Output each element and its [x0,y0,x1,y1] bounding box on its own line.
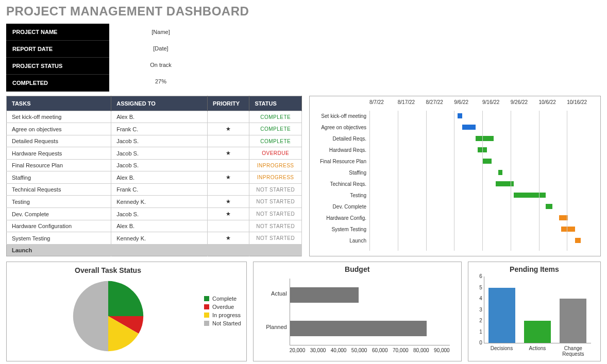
task-cell: Agree on objectives [7,123,111,135]
budget-tick: 20,000 [290,348,306,353]
task-header-tasks: TASKS [7,96,111,111]
assigned-cell: Jacob S. [111,160,208,171]
gantt-bar [561,227,575,232]
budget-series-label: Actual [261,290,287,297]
table-row[interactable]: Staffing Alex B. ★ INPROGRESS [7,171,302,184]
gantt-tick: 10/6/22 [539,99,567,111]
pie-title: Overall Task Status [12,266,204,274]
priority-cell: ★ [208,232,249,245]
pie-slice [73,281,108,351]
status-cell: NOT STARTED [249,184,302,196]
budget-tick: 90,000 [434,348,450,353]
info-label-status: PROJECT STATUS [6,58,109,75]
status-cell: INPROGRESS [249,160,302,171]
gantt-row-label: Dev. Complete [310,201,369,213]
pending-x-label: Change Requests [558,345,588,357]
table-row[interactable]: Hardware Configuration Alex B. NOT START… [7,220,302,232]
assigned-cell: Jacob S. [111,147,208,160]
budget-tick: 80,000 [413,348,429,353]
task-cell: Testing [7,196,111,208]
info-value-completed: 27% [109,73,212,90]
info-value-name: [Name] [109,24,212,40]
task-cell: Dev. Complete [7,208,111,220]
info-value-date: [Date] [109,40,212,57]
table-row[interactable]: Detailed Requests Jacob S. COMPLETE [7,135,302,147]
pending-y-tick: 1 [475,329,482,335]
gantt-bar [496,181,514,186]
gantt-bar [458,113,463,118]
gantt-tick: 9/6/22 [454,99,482,111]
info-label-name: PROJECT NAME [6,24,109,41]
priority-cell [208,111,249,123]
gantt-bar [482,159,492,164]
status-cell: INPROGRESS [249,171,302,184]
table-row[interactable]: System Testing Kennedy K. ★ NOT STARTED [7,232,302,245]
task-header-priority: PRIORITY [208,96,249,111]
legend-item: Complete [204,296,241,302]
gantt-row-label: Techincal Reqs. [310,179,369,190]
pending-y-tick: 6 [475,273,482,279]
pending-y-tick: 2 [475,318,482,323]
budget-tick: 30,000 [310,348,326,353]
legend-item: Overdue [204,304,241,310]
task-cell: Staffing [7,171,111,184]
info-label-completed: COMPLETED [6,75,109,92]
pending-x-label: Decisions [486,345,517,357]
priority-cell: ★ [208,123,249,135]
assigned-cell: Alex B. [111,220,208,232]
status-cell: COMPLETE [249,111,302,123]
table-row[interactable]: Hardware Requests Jacob S. ★ OVERDUE [7,147,302,160]
gantt-row-label: Hardward Reqs. [310,145,369,156]
gantt-bar [498,170,503,175]
gantt-chart: Set kick-off meetingAgree on objectivesD… [309,96,601,256]
task-cell: Hardware Requests [7,147,111,160]
gantt-tick: 8/7/22 [369,99,398,111]
pending-title: Pending Items [474,265,595,273]
table-row[interactable]: Agree on objectives Frank C. ★ COMPLETE [7,123,302,135]
pending-y-tick: 0 [475,340,482,345]
priority-cell [208,160,249,171]
gantt-bar [462,125,476,130]
gantt-bar [546,204,552,209]
status-cell: OVERDUE [249,147,302,160]
pending-bar [560,299,586,343]
table-row[interactable]: Testing Kennedy K. ★ NOT STARTED [7,196,302,208]
assigned-cell: Jacob S. [111,135,208,147]
gantt-bar [476,136,494,141]
budget-tick: 70,000 [393,348,409,353]
priority-cell [208,135,249,147]
budget-title: Budget [259,265,456,273]
gantt-tick: 8/27/22 [426,99,454,111]
table-row[interactable]: Set kick-off meeting Alex B. COMPLETE [7,111,302,123]
priority-cell: ★ [208,208,249,220]
task-cell: System Testing [7,232,111,245]
status-cell: COMPLETE [249,135,302,147]
gantt-tick: 9/16/22 [482,99,511,111]
table-row[interactable]: Technical Requests Frank C. NOT STARTED [7,184,302,196]
table-row[interactable]: Final Resource Plan Jacob S. INPROGRESS [7,160,302,171]
info-value-status: On track [109,57,212,73]
budget-series-label: Planned [261,324,287,330]
gantt-row-label: Hardware Config. [310,213,369,224]
assigned-cell: Alex B. [111,111,208,123]
gantt-row-label: Set kick-off meeting [310,111,369,122]
gantt-row-label: Launch [310,235,369,247]
gantt-row-label: Agree on objectives [310,122,369,133]
assigned-cell: Kennedy K. [111,232,208,245]
gantt-row-label: Final Resource Plan [310,156,369,167]
pie-slice [108,281,143,316]
budget-chart: Budget Actual Planned 20,00030,00040,000… [253,262,462,361]
assigned-cell: Kennedy K. [111,196,208,208]
priority-cell [208,184,249,196]
pending-y-tick: 4 [475,296,482,301]
project-info-block: PROJECT NAME REPORT DATE PROJECT STATUS … [6,24,601,92]
info-label-date: REPORT DATE [6,41,109,58]
status-cell: NOT STARTED [249,220,302,232]
pie-legend: CompleteOverdueIn progressNot Started [204,293,241,328]
table-row[interactable]: Dev. Complete Jacob S. ★ NOT STARTED [7,208,302,220]
pending-bar [524,321,551,343]
assigned-cell: Alex B. [111,171,208,184]
pending-y-tick: 3 [475,307,482,313]
assigned-cell: Frank C. [111,123,208,135]
task-header-assigned: ASSIGNED TO [111,96,208,111]
